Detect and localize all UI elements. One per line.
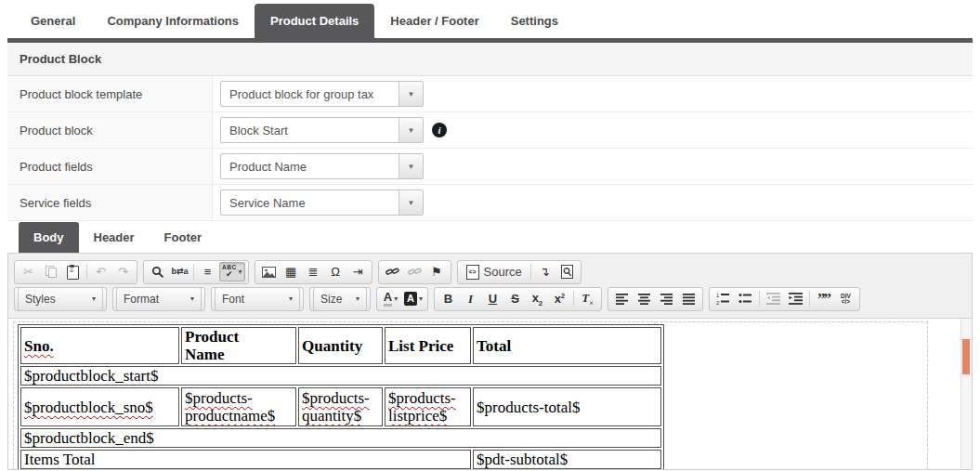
table-icon[interactable]: ▦ <box>281 262 302 281</box>
select-arrow-icon[interactable]: ▼ <box>399 82 423 106</box>
content-cell[interactable]: $products-productname$ <box>181 387 296 426</box>
content-cell[interactable]: $products-listprice$ <box>385 387 471 426</box>
product-details-page: General Company Informations Product Det… <box>0 0 980 470</box>
preview-icon[interactable] <box>556 262 578 281</box>
link-icon[interactable] <box>382 262 403 281</box>
field-label: Product block template <box>7 76 213 111</box>
header-cell[interactable]: Sno. <box>20 327 179 364</box>
format-combo[interactable]: Format▾ <box>116 287 202 311</box>
select-value: Product block for group tax <box>221 82 399 106</box>
tab-header[interactable]: Header <box>79 222 150 253</box>
toolbar-group: Size▾ <box>309 287 371 311</box>
numbered-list-icon[interactable]: 12 <box>712 289 734 308</box>
source-button[interactable]: <>Source <box>461 262 528 281</box>
header-cell[interactable]: Quantity <box>298 327 383 364</box>
anchor-icon[interactable]: ⚑ <box>426 262 448 281</box>
content-cell[interactable]: $productblock_end$ <box>20 428 661 448</box>
content-cell[interactable]: $products-quantity$ <box>298 387 383 426</box>
rich-text-editor: ✂↶↷b⇄a≡ABC✔▾▦≣Ω⇥⚑<>Source↴ Styles▾Format… <box>7 253 973 470</box>
main-tabbar: General Company Informations Product Det… <box>7 0 973 38</box>
select-arrow-icon[interactable]: ▼ <box>399 118 423 142</box>
strikethrough-icon[interactable]: S <box>504 289 526 308</box>
content-cell[interactable]: $products-total$ <box>473 387 661 426</box>
toolbar-row-2: Styles▾Format▾Font▾Size▾A▾A▾BIUSx2x2T×12… <box>14 286 966 311</box>
italic-icon[interactable]: I <box>460 289 481 308</box>
div-container-icon[interactable]: DIV</> <box>835 289 856 308</box>
editor-content-table[interactable]: Sno.Product NameQuantityList PriceTotal$… <box>18 324 664 469</box>
background-color-icon[interactable]: A▾ <box>402 289 425 308</box>
toolbar-group: ▦≣Ω⇥ <box>255 260 372 284</box>
select-product-block[interactable]: Block Start ▼ <box>220 117 424 143</box>
align-right-icon[interactable] <box>656 289 677 308</box>
toolbar-separator <box>530 264 531 280</box>
tab-header-footer[interactable]: Header / Footer <box>374 4 494 38</box>
page-break-icon[interactable]: ⇥ <box>347 262 369 281</box>
find-icon[interactable] <box>147 262 168 281</box>
styles-combo[interactable]: Styles▾ <box>18 287 103 311</box>
horizontal-line-icon[interactable]: ≣ <box>303 262 324 281</box>
image-icon[interactable] <box>258 262 280 281</box>
blockquote-icon[interactable]: ”” <box>813 289 834 308</box>
underline-icon[interactable]: U <box>482 289 503 308</box>
align-left-icon[interactable] <box>611 289 633 308</box>
redo-icon: ↷ <box>112 262 134 281</box>
select-arrow-icon[interactable]: ▼ <box>399 154 423 178</box>
select-product-block-template[interactable]: Product block for group tax ▼ <box>220 81 424 107</box>
toolbar-group: <>Source↴ <box>457 260 581 284</box>
layout-table-right-cell[interactable] <box>655 322 927 469</box>
subscript-icon[interactable]: x2 <box>527 289 548 308</box>
content-cell[interactable]: $productblock_start$ <box>20 366 661 386</box>
editor-scrollbar[interactable] <box>960 319 972 469</box>
templates-icon[interactable]: ↴ <box>534 262 555 281</box>
content-cell[interactable]: $pdt-subtotal$ <box>473 450 661 469</box>
toolbar-group: ✂↶↷ <box>14 260 137 284</box>
content-cell[interactable]: $productblock_sno$ <box>20 387 179 426</box>
align-center-icon[interactable] <box>634 289 655 308</box>
header-cell[interactable]: List Price <box>385 327 471 364</box>
toolbar-group: b⇄a≡ABC✔▾ <box>143 260 249 284</box>
toolbar-separator <box>193 264 194 280</box>
panel-title: Product Block <box>7 43 973 76</box>
bullet-list-icon[interactable] <box>735 289 756 308</box>
tab-product-details[interactable]: Product Details <box>255 4 374 38</box>
tab-footer[interactable]: Footer <box>150 222 216 253</box>
indent-icon[interactable] <box>785 289 806 308</box>
select-all-icon[interactable]: ≡ <box>197 262 218 281</box>
info-icon[interactable]: i <box>432 123 447 137</box>
select-product-fields[interactable]: Product Name ▼ <box>220 153 424 179</box>
svg-text:2: 2 <box>716 300 720 306</box>
superscript-icon[interactable]: x2 <box>549 289 570 308</box>
product-block-panel: Product Block Product block template Pro… <box>7 43 973 221</box>
tab-general[interactable]: General <box>15 4 91 38</box>
editor-content-area[interactable]: Sno.Product NameQuantityList PriceTotal$… <box>8 319 972 469</box>
spellcheck-icon[interactable]: ABC✔▾ <box>219 262 245 281</box>
toolbar-group <box>608 287 703 311</box>
replace-icon[interactable]: b⇄a <box>169 262 190 281</box>
paste-icon[interactable] <box>62 262 84 281</box>
select-arrow-icon[interactable]: ▼ <box>399 190 423 215</box>
unlink-icon <box>404 262 425 281</box>
size-combo[interactable]: Size▾ <box>313 287 367 311</box>
tab-settings[interactable]: Settings <box>495 4 574 38</box>
align-justify-icon[interactable] <box>678 289 699 308</box>
scrollbar-thumb[interactable] <box>962 339 970 374</box>
text-color-icon[interactable]: A▾ <box>380 289 401 308</box>
bold-icon[interactable]: B <box>438 289 459 308</box>
tab-company-informations[interactable]: Company Informations <box>91 4 255 38</box>
font-combo[interactable]: Font▾ <box>215 287 300 311</box>
toolbar-group: BIUSx2x2T× <box>434 287 602 311</box>
remove-format-icon[interactable]: T× <box>577 289 598 308</box>
tab-body[interactable]: Body <box>19 222 79 253</box>
field-label: Product block <box>7 112 213 148</box>
special-character-icon[interactable]: Ω <box>325 262 346 281</box>
select-value: Product Name <box>221 154 399 178</box>
content-cell[interactable]: Items Total <box>20 450 471 469</box>
toolbar-separator <box>86 264 87 280</box>
select-service-fields[interactable]: Service Name ▼ <box>220 190 424 216</box>
toolbar-separator <box>573 291 574 307</box>
header-cell[interactable]: Product Name <box>181 327 296 364</box>
editor-canvas[interactable]: Sno.Product NameQuantityList PriceTotal$… <box>8 319 972 469</box>
table-row: $productblock_sno$$products-productname$… <box>20 387 661 426</box>
editor-toolbar: ✂↶↷b⇄a≡ABC✔▾▦≣Ω⇥⚑<>Source↴ Styles▾Format… <box>8 254 972 319</box>
header-cell[interactable]: Total <box>473 327 661 364</box>
